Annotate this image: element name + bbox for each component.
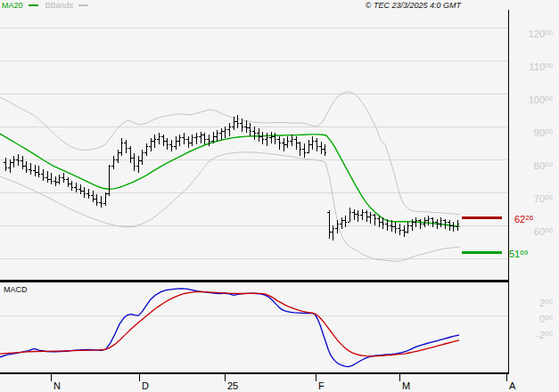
price-tick-label: 10000: [514, 94, 553, 104]
price-tick-label: 12000: [514, 28, 553, 38]
month-label: D: [142, 380, 149, 391]
bbands-line-swatch: [78, 4, 88, 6]
month-label: M: [402, 380, 410, 391]
macd-tick-label: 200: [514, 297, 553, 307]
price-tick-label: 8000: [514, 159, 553, 170]
chart-canvas: [0, 0, 559, 392]
ma20-legend-label: MA20: [2, 1, 23, 10]
month-label: F: [318, 380, 325, 391]
macd-signal-line: [0, 292, 459, 356]
bollinger-lower-line: [0, 152, 460, 261]
stock-chart-screen: MA20 BBands © TEC 23/3/2025 4:0 GMT MACD…: [0, 0, 559, 392]
price-tick-label: 6000: [514, 225, 553, 236]
legend: MA20 BBands: [2, 1, 88, 10]
month-label: 25: [227, 380, 238, 391]
support-level-label: 5169: [509, 248, 528, 258]
copyright-text: © TEC 23/3/2025 4:0 GMT: [366, 1, 461, 10]
macd-panel-label: MACD: [4, 285, 28, 294]
price-tick-label: 9000: [514, 127, 553, 137]
macd-tick-label: 000: [514, 313, 553, 323]
ma20-line-swatch: [29, 4, 38, 6]
price-tick-label: 11000: [514, 61, 553, 71]
month-label: A: [509, 380, 515, 391]
macd-tick-label: -200: [514, 329, 553, 339]
bbands-legend-label: BBands: [45, 1, 74, 10]
ma20-line: [0, 134, 460, 226]
price-tick-label: 7000: [514, 192, 553, 203]
resistance-level-label: 6226: [514, 213, 533, 224]
month-label: N: [53, 380, 61, 391]
